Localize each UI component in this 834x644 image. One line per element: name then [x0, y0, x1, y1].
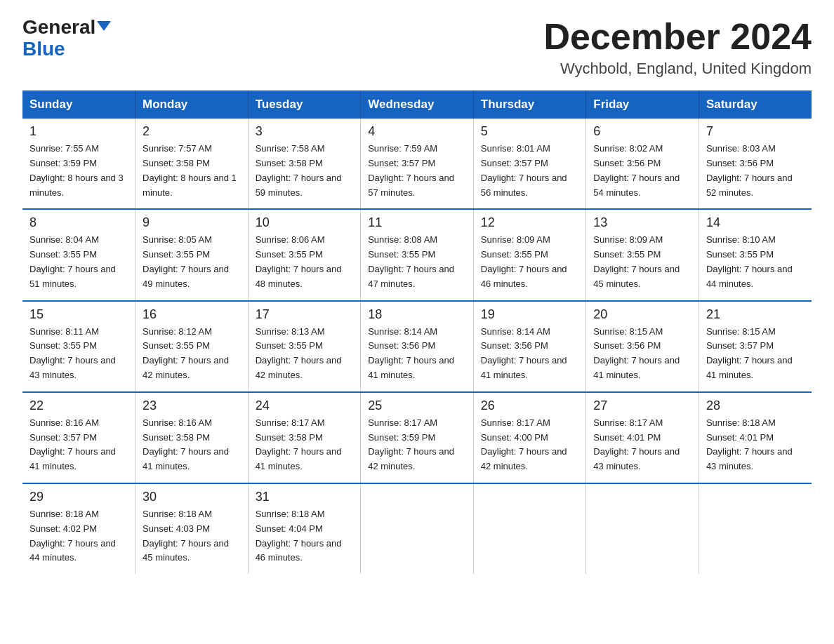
day-info: Sunrise: 8:13 AM Sunset: 3:55 PM Dayligh…	[256, 325, 354, 383]
day-number: 6	[593, 124, 691, 139]
table-row: 12 Sunrise: 8:09 AM Sunset: 3:55 PM Dayl…	[473, 209, 586, 300]
table-row: 22 Sunrise: 8:16 AM Sunset: 3:57 PM Dayl…	[22, 392, 135, 483]
title-block: December 2024 Wychbold, England, United …	[543, 17, 812, 78]
col-tuesday: Tuesday	[248, 90, 361, 119]
day-number: 29	[29, 490, 128, 504]
day-number: 21	[706, 307, 805, 322]
day-info: Sunrise: 8:04 AM Sunset: 3:55 PM Dayligh…	[29, 233, 128, 291]
day-info: Sunrise: 8:17 AM Sunset: 3:58 PM Dayligh…	[256, 416, 354, 474]
table-row: 9 Sunrise: 8:05 AM Sunset: 3:55 PM Dayli…	[135, 209, 249, 300]
table-row: 28 Sunrise: 8:18 AM Sunset: 4:01 PM Dayl…	[699, 392, 812, 483]
calendar-week-row: 8 Sunrise: 8:04 AM Sunset: 3:55 PM Dayli…	[22, 209, 812, 300]
day-number: 26	[481, 398, 579, 413]
table-row: 30 Sunrise: 8:18 AM Sunset: 4:03 PM Dayl…	[135, 483, 249, 574]
table-row: 19 Sunrise: 8:14 AM Sunset: 3:56 PM Dayl…	[473, 301, 586, 392]
day-number: 4	[368, 124, 466, 139]
col-sunday: Sunday	[22, 90, 135, 119]
table-row: 21 Sunrise: 8:15 AM Sunset: 3:57 PM Dayl…	[699, 301, 812, 392]
table-row: 16 Sunrise: 8:12 AM Sunset: 3:55 PM Dayl…	[135, 301, 249, 392]
day-info: Sunrise: 8:03 AM Sunset: 3:56 PM Dayligh…	[706, 142, 805, 200]
logo: General Blue	[22, 17, 111, 60]
day-number: 15	[29, 307, 128, 322]
day-number: 11	[368, 215, 466, 230]
table-row: 2 Sunrise: 7:57 AM Sunset: 3:58 PM Dayli…	[135, 119, 249, 209]
col-saturday: Saturday	[699, 90, 812, 119]
day-info: Sunrise: 8:05 AM Sunset: 3:55 PM Dayligh…	[143, 233, 241, 291]
day-number: 19	[481, 307, 579, 322]
page-header: General Blue December 2024 Wychbold, Eng…	[22, 17, 812, 78]
day-info: Sunrise: 8:15 AM Sunset: 3:56 PM Dayligh…	[593, 325, 691, 383]
col-wednesday: Wednesday	[361, 90, 474, 119]
day-info: Sunrise: 8:18 AM Sunset: 4:02 PM Dayligh…	[29, 507, 128, 565]
logo-triangle-icon	[97, 21, 111, 31]
day-number: 3	[256, 124, 354, 139]
day-number: 9	[143, 215, 241, 230]
day-number: 8	[29, 215, 128, 230]
day-info: Sunrise: 8:08 AM Sunset: 3:55 PM Dayligh…	[368, 233, 466, 291]
day-info: Sunrise: 8:09 AM Sunset: 3:55 PM Dayligh…	[481, 233, 579, 291]
table-row: 13 Sunrise: 8:09 AM Sunset: 3:55 PM Dayl…	[586, 209, 699, 300]
day-number: 24	[256, 398, 354, 413]
day-number: 22	[29, 398, 128, 413]
day-number: 25	[368, 398, 466, 413]
table-row: 10 Sunrise: 8:06 AM Sunset: 3:55 PM Dayl…	[248, 209, 361, 300]
day-info: Sunrise: 8:01 AM Sunset: 3:57 PM Dayligh…	[481, 142, 579, 200]
table-row	[361, 483, 474, 574]
day-number: 28	[706, 398, 805, 413]
table-row: 27 Sunrise: 8:17 AM Sunset: 4:01 PM Dayl…	[586, 392, 699, 483]
day-number: 5	[481, 124, 579, 139]
day-info: Sunrise: 8:17 AM Sunset: 4:00 PM Dayligh…	[481, 416, 579, 474]
day-info: Sunrise: 8:17 AM Sunset: 3:59 PM Dayligh…	[368, 416, 466, 474]
day-info: Sunrise: 7:57 AM Sunset: 3:58 PM Dayligh…	[143, 142, 241, 200]
table-row: 5 Sunrise: 8:01 AM Sunset: 3:57 PM Dayli…	[473, 119, 586, 209]
table-row: 17 Sunrise: 8:13 AM Sunset: 3:55 PM Dayl…	[248, 301, 361, 392]
day-info: Sunrise: 7:58 AM Sunset: 3:58 PM Dayligh…	[256, 142, 354, 200]
day-info: Sunrise: 8:18 AM Sunset: 4:01 PM Dayligh…	[706, 416, 805, 474]
day-info: Sunrise: 8:18 AM Sunset: 4:03 PM Dayligh…	[143, 507, 241, 565]
table-row: 14 Sunrise: 8:10 AM Sunset: 3:55 PM Dayl…	[699, 209, 812, 300]
col-thursday: Thursday	[473, 90, 586, 119]
day-info: Sunrise: 8:10 AM Sunset: 3:55 PM Dayligh…	[706, 233, 805, 291]
day-info: Sunrise: 8:16 AM Sunset: 3:58 PM Dayligh…	[143, 416, 241, 474]
calendar-week-row: 15 Sunrise: 8:11 AM Sunset: 3:55 PM Dayl…	[22, 301, 812, 392]
day-info: Sunrise: 8:14 AM Sunset: 3:56 PM Dayligh…	[368, 325, 466, 383]
table-row	[586, 483, 699, 574]
table-row: 1 Sunrise: 7:55 AM Sunset: 3:59 PM Dayli…	[22, 119, 135, 209]
table-row: 11 Sunrise: 8:08 AM Sunset: 3:55 PM Dayl…	[361, 209, 474, 300]
day-info: Sunrise: 8:11 AM Sunset: 3:55 PM Dayligh…	[29, 325, 128, 383]
day-number: 10	[256, 215, 354, 230]
calendar-table: Sunday Monday Tuesday Wednesday Thursday…	[22, 90, 812, 574]
day-info: Sunrise: 7:55 AM Sunset: 3:59 PM Dayligh…	[29, 142, 128, 200]
month-title: December 2024	[543, 17, 812, 57]
calendar-week-row: 29 Sunrise: 8:18 AM Sunset: 4:02 PM Dayl…	[22, 483, 812, 574]
col-monday: Monday	[135, 90, 249, 119]
day-info: Sunrise: 7:59 AM Sunset: 3:57 PM Dayligh…	[368, 142, 466, 200]
table-row: 7 Sunrise: 8:03 AM Sunset: 3:56 PM Dayli…	[699, 119, 812, 209]
col-friday: Friday	[586, 90, 699, 119]
location: Wychbold, England, United Kingdom	[543, 60, 812, 78]
table-row: 20 Sunrise: 8:15 AM Sunset: 3:56 PM Dayl…	[586, 301, 699, 392]
table-row: 3 Sunrise: 7:58 AM Sunset: 3:58 PM Dayli…	[248, 119, 361, 209]
table-row: 18 Sunrise: 8:14 AM Sunset: 3:56 PM Dayl…	[361, 301, 474, 392]
day-info: Sunrise: 8:14 AM Sunset: 3:56 PM Dayligh…	[481, 325, 579, 383]
day-info: Sunrise: 8:18 AM Sunset: 4:04 PM Dayligh…	[256, 507, 354, 565]
logo-text: General	[22, 17, 111, 39]
day-number: 27	[593, 398, 691, 413]
table-row: 25 Sunrise: 8:17 AM Sunset: 3:59 PM Dayl…	[361, 392, 474, 483]
day-number: 30	[143, 490, 241, 504]
day-info: Sunrise: 8:12 AM Sunset: 3:55 PM Dayligh…	[143, 325, 241, 383]
day-info: Sunrise: 8:17 AM Sunset: 4:01 PM Dayligh…	[593, 416, 691, 474]
day-number: 12	[481, 215, 579, 230]
logo-text-blue: Blue	[22, 39, 65, 60]
day-info: Sunrise: 8:09 AM Sunset: 3:55 PM Dayligh…	[593, 233, 691, 291]
calendar-week-row: 1 Sunrise: 7:55 AM Sunset: 3:59 PM Dayli…	[22, 119, 812, 209]
table-row: 31 Sunrise: 8:18 AM Sunset: 4:04 PM Dayl…	[248, 483, 361, 574]
table-row: 8 Sunrise: 8:04 AM Sunset: 3:55 PM Dayli…	[22, 209, 135, 300]
table-row	[699, 483, 812, 574]
day-number: 7	[706, 124, 805, 139]
table-row: 23 Sunrise: 8:16 AM Sunset: 3:58 PM Dayl…	[135, 392, 249, 483]
day-number: 16	[143, 307, 241, 322]
table-row: 26 Sunrise: 8:17 AM Sunset: 4:00 PM Dayl…	[473, 392, 586, 483]
table-row: 29 Sunrise: 8:18 AM Sunset: 4:02 PM Dayl…	[22, 483, 135, 574]
day-number: 2	[143, 124, 241, 139]
